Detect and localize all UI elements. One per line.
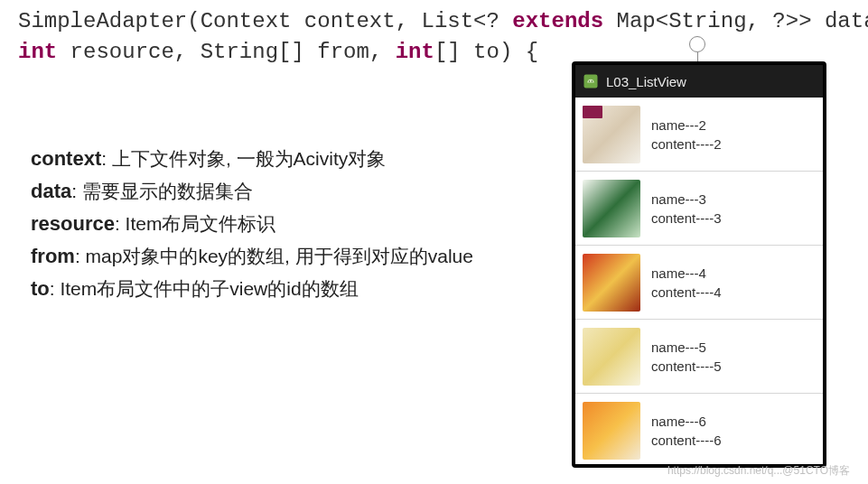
param-desc: : 上下文件对象, 一般为Acivity对象 [101,148,386,169]
row-content: content----5 [651,358,722,374]
explain-data: data: 需要显示的数据集合 [31,179,253,204]
explain-from: from: map对象中的key的数组, 用于得到对应的value [31,244,473,269]
explain-to: to: Item布局文件中的子view的id的数组 [31,276,359,302]
code-text: SimpleAdapter(Context context, List<? [18,9,512,33]
row-content: content----2 [651,136,722,152]
thumbnail-image [583,402,640,460]
phone-preview: L03_ListView name---2content----2name---… [572,61,826,468]
thumbnail-image [583,180,640,237]
list-item[interactable]: name---6content----6 [575,394,823,464]
android-icon [583,73,599,89]
row-text: name---3content----3 [651,191,722,226]
code-line-2: int resource, String[] from, int[] to) { [18,40,538,64]
row-content: content----3 [651,210,722,226]
param-desc: : Item布局文件中的子view的id的数组 [50,278,359,299]
code-text: [] to) { [434,40,538,64]
list-item[interactable]: name---3content----3 [575,172,823,246]
keyword-extends: extends [512,9,603,33]
app-titlebar: L03_ListView [575,65,823,98]
list-item[interactable]: name---4content----4 [575,246,823,320]
row-name: name---2 [651,117,722,133]
param-label: context [31,147,101,170]
row-content: content----4 [651,284,722,300]
rotate-handle-icon [689,36,705,52]
row-text: name---6content----6 [651,414,722,448]
row-name: name---5 [651,340,722,355]
row-name: name---6 [651,414,722,429]
keyword-int: int [396,40,434,64]
row-text: name---2content----2 [651,117,722,152]
param-desc: : 需要显示的数据集合 [71,181,253,201]
param-label: to [31,277,50,300]
rotate-stem [697,52,698,61]
thumbnail-image [583,254,640,312]
row-content: content----6 [651,433,722,448]
list-item[interactable]: name---2content----2 [575,98,823,172]
param-desc: : map对象中的key的数组, 用于得到对应的value [75,246,473,266]
keyword-int: int [18,40,57,64]
param-desc: : Item布局文件标识 [115,213,276,234]
app-title: L03_ListView [606,74,686,89]
listview[interactable]: name---2content----2name---3content----3… [575,98,823,464]
thumbnail-badge [583,106,602,118]
row-name: name---4 [651,265,722,281]
row-name: name---3 [651,191,722,207]
row-text: name---4content----4 [651,265,722,300]
param-label: data [31,180,71,202]
svg-point-1 [589,80,590,81]
thumbnail-image [583,328,640,386]
svg-point-2 [592,80,593,81]
explain-resource: resource: Item布局文件标识 [31,211,275,237]
param-label: resource [31,212,115,235]
thumbnail-image [583,106,640,163]
code-text: resource, String[] from, [57,40,395,64]
row-text: name---5content----5 [651,340,722,374]
explain-context: context: 上下文件对象, 一般为Acivity对象 [31,146,386,172]
watermark: https://blog.csdn.net/q...@51CTO博客 [667,463,850,479]
param-label: from [31,245,75,267]
code-line-1: SimpleAdapter(Context context, List<? ex… [18,9,868,33]
list-item[interactable]: name---5content----5 [575,320,823,394]
code-text: Map<String, ?>> data, [603,9,868,33]
